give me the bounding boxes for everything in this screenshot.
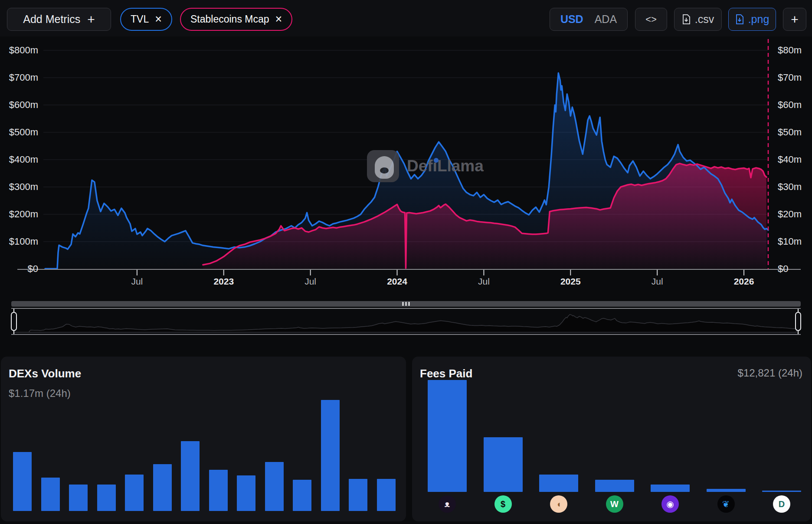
- y-axis-left-label: $200m: [0, 209, 38, 220]
- x-axis-label: 2024: [387, 276, 407, 287]
- brush-handle-right[interactable]: [795, 312, 801, 331]
- y-axis-right-label: $60m: [778, 99, 802, 111]
- fees-paid-bar[interactable]: [762, 491, 801, 492]
- tvl-stablecoins-line-chart[interactable]: [0, 0, 812, 347]
- fees-paid-panel: Fees Paid $12,821 (24h) ᴥ$◖W◉❦D: [412, 357, 811, 521]
- y-axis-right-label: $10m: [778, 236, 802, 247]
- dexs-volume-bar[interactable]: [237, 475, 255, 511]
- dexs-volume-bar[interactable]: [13, 452, 32, 511]
- brush-handle-left[interactable]: [11, 312, 17, 331]
- dexs-volume-bar[interactable]: [153, 464, 172, 511]
- dexs-volume-bar[interactable]: [41, 478, 60, 511]
- y-axis-right-label: $0: [778, 263, 788, 275]
- fees-paid-bar-chart: ᴥ$◖W◉❦D: [412, 357, 811, 516]
- y-axis-left-label: $0: [0, 263, 38, 275]
- dollar-bolt-icon[interactable]: $: [494, 495, 512, 513]
- dexs-volume-bar[interactable]: [265, 462, 284, 511]
- x-axis-label: Jul: [652, 276, 663, 287]
- scrollbar-grip-icon[interactable]: [403, 302, 410, 306]
- y-axis-right-label: $50m: [778, 127, 802, 138]
- chart-scrollbar[interactable]: [11, 301, 801, 307]
- sundae-icon[interactable]: ◖: [550, 495, 567, 513]
- dexs-volume-bar[interactable]: [209, 470, 228, 511]
- x-axis-label: Jul: [131, 276, 143, 287]
- y-axis-right-label: $20m: [778, 209, 802, 220]
- fees-paid-bar[interactable]: [595, 480, 634, 492]
- dexs-volume-bar[interactable]: [293, 480, 311, 511]
- y-axis-left-label: $500m: [0, 127, 38, 138]
- dexs-volume-bar[interactable]: [349, 479, 367, 511]
- brush-minimap: [11, 309, 799, 334]
- fees-paid-bar[interactable]: [651, 485, 690, 492]
- y-axis-left-label: $400m: [0, 154, 38, 165]
- y-axis-right-label: $40m: [778, 154, 802, 165]
- y-axis-left-label: $100m: [0, 236, 38, 247]
- y-axis-left-label: $300m: [0, 181, 38, 193]
- x-axis-label: Jul: [478, 276, 490, 287]
- fees-paid-bar[interactable]: [539, 475, 578, 492]
- x-axis-label: 2026: [734, 276, 754, 287]
- dexs-volume-bar[interactable]: [125, 475, 144, 511]
- dexs-volume-bar-chart: [1, 357, 406, 516]
- dexs-volume-panel: DEXs Volume $1.17m (24h): [1, 357, 406, 521]
- fees-paid-bar[interactable]: [707, 489, 746, 492]
- dexs-volume-bar[interactable]: [181, 441, 200, 511]
- butterfly-icon[interactable]: ❦: [717, 495, 735, 513]
- eye-icon[interactable]: ◉: [661, 495, 679, 513]
- main-chart[interactable]: $0$100m$200m$300m$400m$500m$600m$700m$80…: [0, 0, 812, 347]
- y-axis-left-label: $800m: [0, 45, 38, 56]
- letter-d-icon[interactable]: D: [773, 495, 790, 513]
- x-axis-label: 2025: [560, 276, 581, 287]
- fees-paid-bar[interactable]: [484, 437, 523, 492]
- w-mask-icon[interactable]: W: [606, 495, 623, 513]
- defillama-chart-page: { "toolbar": { "add_metrics_label": "Add…: [0, 0, 812, 524]
- time-range-brush[interactable]: [11, 308, 801, 335]
- y-axis-left-label: $700m: [0, 72, 38, 83]
- dexs-volume-bar[interactable]: [321, 400, 340, 511]
- dexs-volume-bar[interactable]: [69, 485, 88, 511]
- dexs-volume-bar[interactable]: [97, 485, 116, 511]
- y-axis-right-label: $80m: [778, 45, 802, 56]
- x-axis-label: Jul: [304, 276, 316, 287]
- y-axis-right-label: $30m: [778, 181, 802, 193]
- cat-icon[interactable]: ᴥ: [439, 495, 456, 513]
- dexs-volume-bar[interactable]: [377, 479, 396, 511]
- y-axis-right-label: $70m: [778, 72, 802, 83]
- x-axis-label: 2023: [213, 276, 234, 287]
- fees-paid-bar[interactable]: [428, 380, 467, 492]
- y-axis-left-label: $600m: [0, 99, 38, 111]
